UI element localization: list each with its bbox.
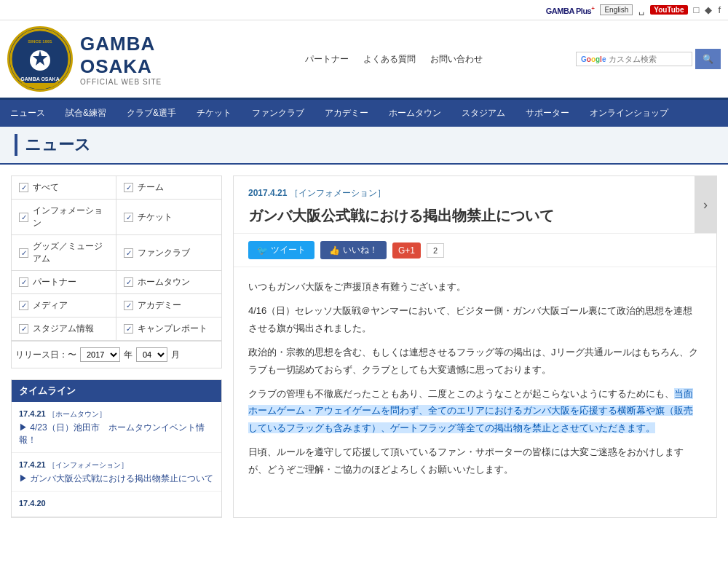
filter-checkbox[interactable] — [124, 324, 133, 334]
timeline-item: 17.4.21 ［インフォメーション］ ▶ ガンバ大阪公式戦における掲出物禁止に… — [12, 453, 221, 492]
timeline-title: タイムライン — [12, 380, 221, 402]
year-select[interactable]: 2017 2016 2015 — [80, 347, 120, 362]
rss-icon[interactable]: ␣ — [638, 4, 644, 15]
article-date: 2017.4.21 — [248, 188, 287, 198]
filter-cell[interactable]: インフォメーション — [12, 200, 116, 235]
english-button[interactable]: English — [600, 4, 633, 15]
timeline-item: 17.4.20 — [12, 492, 221, 517]
site-subtitle: OFFICIAL WEB SITE — [80, 78, 211, 86]
filter-checkbox[interactable] — [19, 213, 28, 222]
filter-checkbox[interactable] — [124, 248, 133, 258]
filter-checkbox[interactable] — [124, 213, 133, 222]
google-label: Google — [581, 55, 606, 63]
nav-hometown[interactable]: ホームタウン — [379, 100, 451, 127]
like-button[interactable]: 👍 いいね！ — [320, 241, 387, 259]
tweet-button[interactable]: 🐦 ツイート — [248, 241, 314, 259]
filter-label: インフォメーション — [33, 205, 108, 229]
article-area: 2017.4.21 ［インフォメーション］ ガンバ大阪公式戦における掲出物禁止に… — [233, 175, 717, 518]
nav-fanclub[interactable]: ファンクラブ — [242, 100, 314, 127]
filter-checkbox[interactable] — [124, 277, 133, 287]
filter-checkbox[interactable] — [19, 324, 28, 334]
gamba-plus-logo[interactable]: GAMBA Plus+ — [546, 5, 595, 15]
filter-cell[interactable]: メディア — [12, 294, 116, 317]
search-input[interactable] — [609, 55, 689, 63]
filter-label: ホームタウン — [138, 276, 190, 288]
filter-checkbox[interactable] — [19, 183, 28, 192]
highlight-text: 当面ホームゲーム・アウェイゲームを問わず、全てのエリアにおけるガンバ大阪を応援す… — [248, 388, 693, 433]
main-navigation: ニュース 試合&練習 クラブ&選手 チケット ファンクラブ アカデミー ホームタ… — [0, 100, 728, 127]
filter-cell[interactable]: スタジアム情報 — [12, 317, 116, 341]
date-filter-label: リリース日：〜 — [15, 349, 76, 361]
instagram-icon[interactable]: □ — [694, 4, 700, 15]
article-paragraph-2: 4/16（日）セレッソ大阪戦＠ヤンマーにおいて、ビジター側・ガンバ大阪ゴール裏に… — [248, 302, 702, 336]
twitter-icon[interactable]: ◆ — [705, 4, 712, 15]
timeline-link[interactable]: ▶ 4/23（日）池田市 ホームタウンイベント情報！ — [19, 422, 214, 446]
header-nav: パートナー よくある質問 お問い合わせ — [211, 53, 576, 66]
filter-cell[interactable]: ファンクラブ — [116, 235, 221, 271]
filter-cell[interactable]: パートナー — [12, 271, 116, 294]
top-bar: GAMBA Plus+ English ␣ YouTube □ ◆ f — [0, 0, 728, 20]
year-label: 年 — [124, 349, 132, 361]
timeline-date: 17.4.21 — [19, 460, 46, 469]
nav-club[interactable]: クラブ&選手 — [116, 100, 186, 127]
filter-cell[interactable]: チケット — [116, 200, 221, 235]
filter-checkbox[interactable] — [124, 183, 133, 192]
filter-cell[interactable]: アカデミー — [116, 294, 221, 317]
month-select[interactable]: 04 010203 050607 080910 1112 — [136, 347, 167, 362]
partner-link[interactable]: パートナー — [305, 53, 349, 66]
timeline-date: 17.4.21 — [19, 409, 46, 418]
filter-checkbox[interactable] — [124, 301, 133, 310]
site-title: GAMBA OSAKA — [80, 33, 211, 78]
filter-checkbox[interactable] — [19, 301, 28, 310]
article-body: いつもガンバ大阪をご声援頂き有難うございます。 4/16（日）セレッソ大阪戦＠ヤ… — [234, 267, 716, 496]
nav-academy[interactable]: アカデミー — [314, 100, 379, 127]
facebook-icon[interactable]: f — [718, 4, 721, 15]
filter-cell[interactable]: グッズ／ミュージアム — [12, 235, 116, 271]
search-button[interactable]: 🔍 — [695, 49, 721, 69]
twitter-icon: 🐦 — [257, 245, 268, 256]
faq-link[interactable]: よくある質問 — [363, 53, 416, 66]
article-paragraph-1: いつもガンバ大阪をご声援頂き有難うございます。 — [248, 278, 702, 295]
youtube-button[interactable]: YouTube — [650, 5, 687, 15]
category-filter-grid: すべてチームインフォメーションチケットグッズ／ミュージアムファンクラブパートナー… — [11, 175, 222, 342]
site-title-area: GAMBA OSAKA OFFICIAL WEB SITE — [80, 33, 211, 86]
club-logo: SINCE 1991 GAMBA OSAKA — [7, 26, 73, 92]
nav-news[interactable]: ニュース — [0, 100, 55, 127]
next-article-button[interactable]: › — [695, 176, 716, 233]
gplus-count: 2 — [427, 243, 444, 258]
gplus-button[interactable]: G+1 — [392, 242, 421, 259]
timeline-item: 17.4.21 ［ホームタウン］ ▶ 4/23（日）池田市 ホームタウンイベント… — [12, 402, 221, 453]
nav-ticket[interactable]: チケット — [186, 100, 242, 127]
page-title: ニュース — [15, 134, 713, 156]
filter-cell[interactable]: キャンプレポート — [116, 317, 221, 341]
sidebar: すべてチームインフォメーションチケットグッズ／ミュージアムファンクラブパートナー… — [11, 175, 222, 518]
nav-supporter[interactable]: サポーター — [515, 100, 579, 127]
filter-label: アカデミー — [138, 299, 181, 312]
filter-cell[interactable]: チーム — [116, 176, 221, 200]
date-filter: リリース日：〜 2017 2016 2015 年 04 010203 05060… — [11, 342, 222, 368]
svg-text:SINCE 1991: SINCE 1991 — [28, 39, 52, 44]
filter-cell[interactable]: ホームタウン — [116, 271, 221, 294]
content-wrapper: すべてチームインフォメーションチケットグッズ／ミュージアムファンクラブパートナー… — [0, 165, 728, 518]
nav-stadium[interactable]: スタジアム — [451, 100, 515, 127]
timeline-link[interactable]: ▶ ガンバ大阪公式戦における掲出物禁止について — [19, 473, 214, 485]
filter-label: メディア — [33, 299, 68, 312]
article-title: ガンバ大阪公式戦における掲出物禁止について — [248, 205, 702, 226]
filter-checkbox[interactable] — [19, 277, 28, 287]
month-label: 月 — [171, 349, 180, 361]
article-paragraph-4: クラブの管理も不徹底だったこともあり、二度とこのようなことが起こらないようにする… — [248, 385, 702, 436]
filter-label: グッズ／ミュージアム — [33, 240, 108, 265]
filter-checkbox[interactable] — [19, 248, 28, 258]
article-category: ［インフォメーション］ — [290, 188, 386, 198]
timeline-scroll[interactable]: 17.4.21 ［ホームタウン］ ▶ 4/23（日）池田市 ホームタウンイベント… — [12, 402, 221, 517]
nav-shop[interactable]: オンラインショップ — [579, 100, 678, 127]
filter-label: ファンクラブ — [138, 247, 190, 259]
nav-match[interactable]: 試合&練習 — [55, 100, 116, 127]
filter-cell[interactable]: すべて — [12, 176, 116, 200]
timeline-category: ［インフォメーション］ — [48, 461, 128, 469]
filter-label: チーム — [138, 181, 164, 194]
news-title-bar: ニュース — [0, 127, 728, 165]
article-paragraph-5: 日頃、ルールを遵守して応援して頂いているファン・サポーターの皆様には大変ご迷惑を… — [248, 443, 702, 478]
search-area: Google 🔍 — [576, 49, 721, 69]
contact-link[interactable]: お問い合わせ — [430, 53, 483, 66]
